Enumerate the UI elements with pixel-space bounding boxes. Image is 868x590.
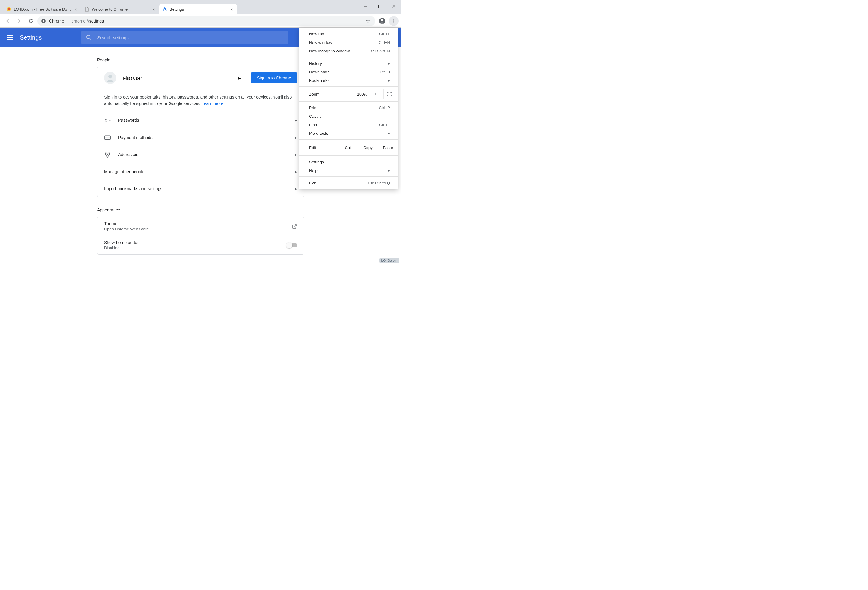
menu-new-incognito[interactable]: New incognito windowCtrl+Shift+N <box>299 47 398 55</box>
menu-find[interactable]: Find...Ctrl+F <box>299 121 398 129</box>
close-icon[interactable]: × <box>151 7 156 12</box>
user-name: First user <box>123 75 142 81</box>
minimize-button[interactable] <box>359 2 373 11</box>
menu-bookmarks[interactable]: Bookmarks▶ <box>299 76 398 85</box>
section-title-people: People <box>97 57 304 62</box>
menu-more-tools[interactable]: More tools▶ <box>299 129 398 138</box>
kebab-menu-button[interactable] <box>389 16 399 26</box>
gear-icon <box>162 7 167 12</box>
profile-button[interactable] <box>377 16 387 26</box>
toolbar: Chrome | chrome://settings ☆ <box>0 14 401 28</box>
payment-row[interactable]: Payment methods ▸ <box>97 129 304 146</box>
tab-lo4d[interactable]: LO4D.com - Free Software Downloads × <box>3 4 81 14</box>
tab-title: LO4D.com - Free Software Downloads <box>14 7 73 12</box>
close-icon[interactable]: × <box>229 7 234 12</box>
reload-button[interactable] <box>26 16 35 26</box>
cut-button[interactable]: Cut <box>338 143 358 152</box>
address-bar[interactable]: Chrome | chrome://settings ☆ <box>37 16 375 26</box>
url-text: chrome://settings <box>71 19 104 24</box>
chevron-right-icon: ▶ <box>388 169 390 172</box>
document-icon <box>84 7 89 12</box>
svg-point-20 <box>105 119 107 121</box>
settings-title: Settings <box>20 34 42 41</box>
chevron-right-icon[interactable]: ▸ <box>238 75 241 81</box>
svg-point-11 <box>393 19 394 19</box>
toggle-switch[interactable] <box>287 243 297 247</box>
tab-settings[interactable]: Settings × <box>159 4 237 14</box>
themes-row[interactable]: Themes Open Chrome Web Store <box>97 217 304 235</box>
menu-exit[interactable]: ExitCtrl+Shift+Q <box>299 179 398 187</box>
addresses-row[interactable]: Addresses ▸ <box>97 146 304 163</box>
svg-point-2 <box>164 8 165 10</box>
chrome-product-icon <box>41 19 46 24</box>
menu-print[interactable]: Print...Ctrl+P <box>299 103 398 112</box>
chevron-right-icon: ▶ <box>388 131 390 135</box>
search-icon <box>86 35 92 40</box>
avatar-icon <box>104 72 116 84</box>
themes-sublabel: Open Chrome Web Store <box>104 227 292 231</box>
watermark: LO4D.com <box>379 258 399 263</box>
menu-cast[interactable]: Cast... <box>299 112 398 121</box>
menu-separator <box>299 139 398 140</box>
separator: | <box>67 19 68 24</box>
svg-line-18 <box>90 38 92 40</box>
themes-label: Themes <box>104 221 292 226</box>
settings-search[interactable]: Search settings <box>81 31 288 44</box>
menu-zoom: Zoom − 100% + <box>299 88 398 100</box>
menu-settings[interactable]: Settings <box>299 157 398 166</box>
back-button[interactable] <box>3 16 12 26</box>
svg-rect-4 <box>379 5 381 8</box>
forward-button[interactable] <box>14 16 24 26</box>
close-icon[interactable]: × <box>73 7 78 12</box>
card-icon <box>104 134 111 141</box>
svg-point-13 <box>393 22 394 23</box>
svg-point-8 <box>43 20 44 22</box>
hamburger-menu-icon[interactable] <box>0 35 20 40</box>
chevron-right-icon: ▸ <box>295 118 297 123</box>
learn-more-link[interactable]: Learn more <box>202 101 223 106</box>
product-label: Chrome <box>49 19 64 24</box>
bookmark-star-icon[interactable]: ☆ <box>365 18 372 24</box>
menu-separator <box>299 177 398 177</box>
chevron-right-icon: ▸ <box>295 135 297 140</box>
chevron-right-icon: ▸ <box>295 186 297 191</box>
manage-people-row[interactable]: Manage other people ▸ <box>97 163 304 180</box>
menu-new-tab[interactable]: New tabCtrl+T <box>299 29 398 38</box>
svg-point-10 <box>381 19 383 21</box>
menu-downloads[interactable]: DownloadsCtrl+J <box>299 68 398 76</box>
chrome-menu-dropdown: New tabCtrl+T New windowCtrl+N New incog… <box>299 28 398 189</box>
tab-welcome[interactable]: Welcome to Chrome × <box>81 4 159 14</box>
user-row: First user ▸ Sign in to Chrome <box>97 67 304 89</box>
tab-title: Settings <box>170 7 229 12</box>
menu-separator <box>299 57 398 57</box>
chevron-right-icon: ▶ <box>388 78 390 82</box>
menu-edit-row: Edit Cut Copy Paste <box>299 141 398 154</box>
zoom-in-button[interactable]: + <box>370 89 381 99</box>
paste-button[interactable]: Paste <box>378 143 398 152</box>
location-icon <box>104 151 111 158</box>
divider <box>246 72 246 84</box>
open-external-icon <box>292 224 297 229</box>
svg-rect-21 <box>105 136 110 139</box>
home-button-row[interactable]: Show home button Disabled <box>97 235 304 255</box>
menu-new-window[interactable]: New windowCtrl+N <box>299 38 398 47</box>
sign-in-button[interactable]: Sign in to Chrome <box>251 72 297 83</box>
menu-history[interactable]: History▶ <box>299 59 398 68</box>
fullscreen-button[interactable] <box>383 89 396 99</box>
menu-help[interactable]: Help▶ <box>299 166 398 175</box>
tab-strip: LO4D.com - Free Software Downloads × Wel… <box>0 0 401 14</box>
copy-button[interactable]: Copy <box>358 143 378 152</box>
maximize-button[interactable] <box>373 2 387 11</box>
key-icon <box>104 117 111 124</box>
new-tab-button[interactable]: + <box>240 5 248 13</box>
home-button-sublabel: Disabled <box>104 246 287 250</box>
zoom-out-button[interactable]: − <box>343 89 354 99</box>
svg-point-19 <box>108 75 112 78</box>
tab-title: Welcome to Chrome <box>92 7 151 12</box>
svg-point-1 <box>7 8 10 10</box>
passwords-row[interactable]: Passwords ▸ <box>97 112 304 129</box>
import-bookmarks-row[interactable]: Import bookmarks and settings ▸ <box>97 180 304 197</box>
svg-point-17 <box>87 35 90 39</box>
home-button-label: Show home button <box>104 240 287 245</box>
close-window-button[interactable] <box>387 2 401 11</box>
